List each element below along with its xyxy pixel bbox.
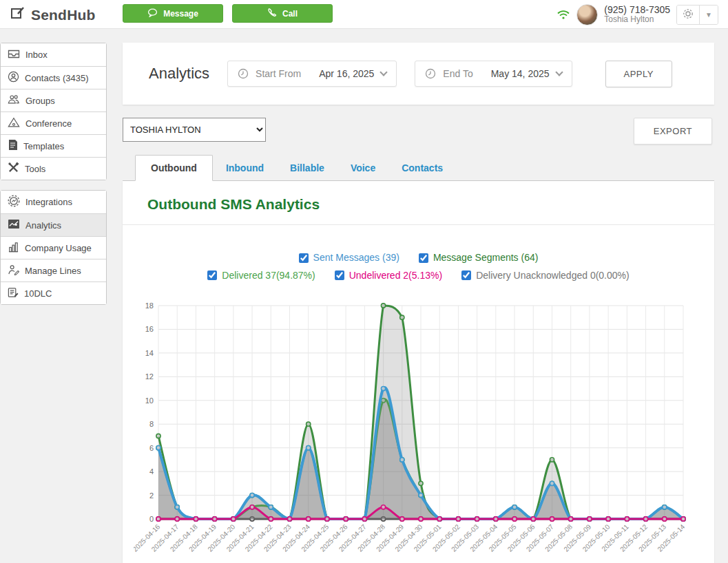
inbox-icon <box>8 49 20 61</box>
sidebar-group-main: InboxContacts (3435)GroupsConferenceTemp… <box>0 43 107 180</box>
brand-logo[interactable]: SendHub <box>10 6 96 25</box>
report-tabs: OutboundInboundBillableVoiceContacts <box>123 155 714 181</box>
contact-icon <box>8 71 19 85</box>
svg-text:18: 18 <box>145 301 154 310</box>
manage-lines-icon <box>8 264 19 277</box>
sidebar: InboxContacts (3435)GroupsConferenceTemp… <box>0 43 107 315</box>
legend-checkbox[interactable] <box>207 270 217 280</box>
legend-label: Sent Messages (39) <box>313 250 399 266</box>
settings-caret-icon[interactable]: ▼ <box>699 6 718 24</box>
legend-checkbox[interactable] <box>461 270 471 280</box>
end-date-picker[interactable]: End To May 14, 2025 <box>415 61 572 87</box>
start-from-label: Start From <box>256 68 301 79</box>
compose-icon <box>10 6 26 25</box>
tab-outbound[interactable]: Outbound <box>135 155 213 181</box>
clock-icon <box>238 68 249 79</box>
legend-checkbox[interactable] <box>299 253 309 263</box>
legend-label: Message Segments (64) <box>433 250 539 266</box>
sidebar-item-10dlc[interactable]: 10DLC <box>1 282 106 304</box>
tendlc-icon <box>8 287 19 300</box>
sidebar-item-integrations[interactable]: Integrations <box>1 191 106 213</box>
tab-billable[interactable]: Billable <box>277 156 337 180</box>
company-usage-icon <box>8 242 19 255</box>
sidebar-item-company-usage[interactable]: Company Usage <box>1 236 106 259</box>
start-date-value: Apr 16, 2025 <box>319 68 374 79</box>
legend-label: Delivery Unacknowledged 0(0.00%) <box>476 268 630 284</box>
svg-text:6: 6 <box>149 444 154 452</box>
user-phone: (925) 718-7305 <box>604 4 670 15</box>
sidebar-item-label: Manage Lines <box>25 266 81 276</box>
phone-icon <box>267 8 277 19</box>
sidebar-item-inbox[interactable]: Inbox <box>1 43 106 66</box>
legend-item: Sent Messages (39) <box>299 250 399 266</box>
export-button[interactable]: EXPORT <box>634 118 712 145</box>
chart-legend: Sent Messages (39)Message Segments (64)D… <box>123 250 714 285</box>
report-card: Outbound SMS Analytics Sent Messages (39… <box>123 181 714 563</box>
sidebar-item-conference[interactable]: Conference <box>1 111 106 134</box>
integrations-icon <box>8 195 20 209</box>
sidebar-item-label: Integrations <box>25 197 72 207</box>
section-title: Outbound SMS Analytics <box>123 181 714 224</box>
legend-checkbox[interactable] <box>419 253 428 263</box>
avatar[interactable] <box>576 4 598 25</box>
legend-label: Undelivered 2(5.13%) <box>349 268 442 284</box>
message-button[interactable]: Message <box>123 4 223 23</box>
section-divider <box>123 224 714 225</box>
svg-text:2: 2 <box>149 491 154 500</box>
analytics-header-card: Analytics Start From Apr 16, 2025 End To… <box>123 43 714 105</box>
call-button-label: Call <box>282 9 298 19</box>
groups-icon <box>8 94 20 107</box>
settings-group: ▼ <box>676 5 718 25</box>
signal-strength-icon <box>557 9 570 23</box>
sidebar-item-label: Groups <box>25 96 55 106</box>
sidebar-item-label: Templates <box>23 141 64 151</box>
sidebar-item-templates[interactable]: Templates <box>1 134 106 157</box>
sidebar-item-contacts-3435[interactable]: Contacts (3435) <box>1 66 106 89</box>
legend-item: Message Segments (64) <box>419 250 539 266</box>
page-title: Analytics <box>149 65 209 83</box>
chart-svg: 0246810121416182025-04-162025-04-172025-… <box>134 296 693 552</box>
chevron-down-icon <box>555 68 563 76</box>
sidebar-item-manage-lines[interactable]: Manage Lines <box>1 259 106 282</box>
svg-text:12: 12 <box>145 373 154 381</box>
tab-contacts[interactable]: Contacts <box>388 156 456 180</box>
tab-inbound[interactable]: Inbound <box>213 156 277 180</box>
user-name: Toshia Hylton <box>604 15 670 25</box>
svg-text:0: 0 <box>149 515 154 523</box>
sidebar-item-label: Inbox <box>25 50 48 60</box>
chevron-down-icon <box>380 68 388 76</box>
templates-icon <box>8 139 18 153</box>
start-date-picker[interactable]: Start From Apr 16, 2025 <box>227 61 397 87</box>
outbound-sms-chart: 0246810121416182025-04-162025-04-172025-… <box>134 296 714 555</box>
line-select[interactable]: TOSHIA HYLTON <box>123 118 266 142</box>
sidebar-item-label: Conference <box>25 118 72 129</box>
message-button-label: Message <box>163 9 198 19</box>
tab-voice[interactable]: Voice <box>337 156 388 180</box>
svg-text:16: 16 <box>145 326 154 334</box>
tools-icon <box>8 162 19 176</box>
legend-checkbox[interactable] <box>335 270 344 280</box>
sidebar-item-label: Company Usage <box>25 243 92 253</box>
apply-button[interactable]: APPLY <box>605 61 672 87</box>
sidebar-item-label: Tools <box>25 164 45 174</box>
call-button[interactable]: Call <box>232 4 333 23</box>
sidebar-item-groups[interactable]: Groups <box>1 89 106 111</box>
sidebar-item-label: 10DLC <box>24 288 52 299</box>
sidebar-item-label: Contacts (3435) <box>25 73 89 83</box>
brand-name: SendHub <box>31 7 96 23</box>
svg-text:4: 4 <box>149 467 154 476</box>
svg-text:14: 14 <box>145 349 154 357</box>
sidebar-item-tools[interactable]: Tools <box>1 157 106 180</box>
legend-item: Delivered 37(94.87%) <box>207 268 315 284</box>
legend-label: Delivered 37(94.87%) <box>222 268 315 284</box>
sidebar-item-analytics[interactable]: Analytics <box>1 213 106 236</box>
end-date-value: May 14, 2025 <box>491 68 550 79</box>
conference-icon <box>8 117 20 130</box>
analytics-icon <box>8 219 20 231</box>
gear-icon[interactable] <box>677 6 699 24</box>
user-info: (925) 718-7305 Toshia Hylton <box>604 4 670 25</box>
legend-item: Delivery Unacknowledged 0(0.00%) <box>461 268 630 284</box>
end-to-label: End To <box>443 68 472 79</box>
sidebar-item-label: Analytics <box>25 220 61 231</box>
svg-text:8: 8 <box>149 421 154 429</box>
